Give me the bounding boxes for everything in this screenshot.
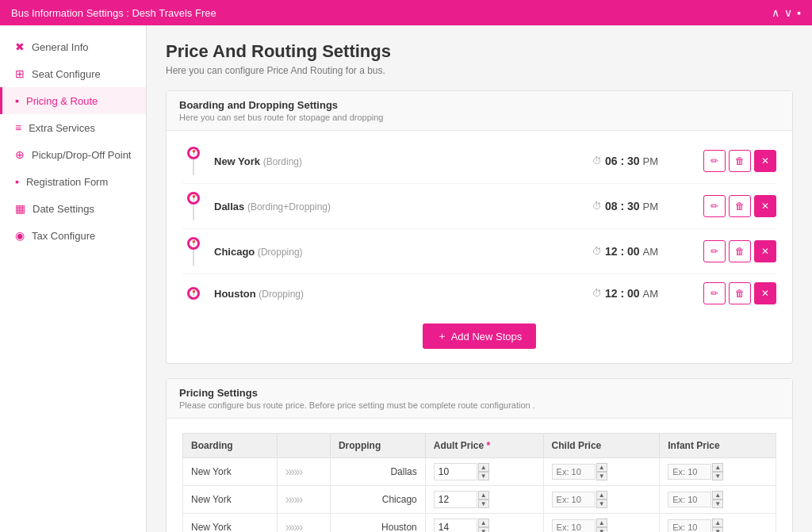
- sidebar-item-pickup-dropoff[interactable]: ⊕ Pickup/Drop-Off Point: [0, 141, 146, 168]
- sidebar-item-date-settings[interactable]: ▦ Date Settings: [0, 195, 146, 222]
- minimize-icon[interactable]: ∧: [772, 6, 779, 19]
- spinner-up[interactable]: ▲: [478, 491, 489, 499]
- spinner-up[interactable]: ▲: [596, 491, 607, 499]
- stop-row: 📍 Dallas (Bording+Dropping) ⏱ 08 : 30 PM…: [182, 184, 776, 229]
- cell-dropping: Dallas: [330, 458, 425, 486]
- sidebar-item-tax-configure[interactable]: ◉ Tax Configure: [0, 222, 146, 249]
- child-price-spinner[interactable]: ▲ ▼: [596, 463, 607, 480]
- cell-boarding: New York: [183, 458, 278, 486]
- stop-time-value: 08 : 30: [605, 200, 640, 212]
- sidebar-item-registration-form[interactable]: ▪ Registration Form: [0, 168, 146, 195]
- stop-edit-button[interactable]: ✏: [703, 240, 726, 262]
- stop-edit-button[interactable]: ✏: [703, 282, 726, 304]
- spinner-up[interactable]: ▲: [478, 519, 489, 527]
- stop-dot: 📍: [187, 237, 200, 250]
- clock-icon: ⏱: [592, 201, 602, 212]
- stop-edit-button[interactable]: ✏: [703, 195, 726, 217]
- child-price-spinner[interactable]: ▲ ▼: [596, 491, 607, 508]
- cell-infant-price[interactable]: ▲ ▼: [660, 486, 776, 514]
- child-price-input[interactable]: [552, 492, 596, 507]
- cell-child-price[interactable]: ▲ ▼: [543, 458, 660, 486]
- sidebar-icon-tax-configure: ◉: [15, 229, 25, 242]
- spinner-down[interactable]: ▼: [712, 499, 723, 508]
- spinner-down[interactable]: ▼: [478, 472, 489, 480]
- spinner-down[interactable]: ▼: [596, 527, 607, 532]
- stop-delete-button[interactable]: 🗑: [729, 150, 751, 172]
- infant-price-spinner[interactable]: ▲ ▼: [712, 491, 723, 508]
- child-price-spinner[interactable]: ▲ ▼: [596, 519, 607, 532]
- stop-close-button[interactable]: ✕: [754, 282, 776, 304]
- stop-close-button[interactable]: ✕: [754, 195, 776, 217]
- cell-child-price[interactable]: ▲ ▼: [543, 486, 660, 514]
- cell-adult-price[interactable]: ▲ ▼: [425, 458, 543, 486]
- stop-delete-button[interactable]: 🗑: [729, 195, 751, 217]
- stop-close-button[interactable]: ✕: [754, 240, 776, 262]
- sidebar-item-extra-services[interactable]: ≡ Extra Services: [0, 114, 146, 141]
- infant-price-input[interactable]: [668, 464, 711, 480]
- sidebar-icon-seat-configure: ⊞: [15, 67, 25, 80]
- adult-price-input[interactable]: [434, 519, 477, 532]
- add-stop-button[interactable]: ＋ Add New Stops: [423, 323, 537, 349]
- boarding-card: Boarding and Dropping Settings Here you …: [166, 90, 793, 364]
- child-price-input[interactable]: [552, 519, 596, 532]
- spinner-up[interactable]: ▲: [596, 463, 607, 472]
- cell-arrow: »»»: [277, 486, 330, 514]
- spinner-down[interactable]: ▼: [478, 499, 489, 508]
- infant-price-input[interactable]: [668, 519, 711, 532]
- stop-delete-button[interactable]: 🗑: [729, 282, 751, 304]
- cell-infant-price[interactable]: ▲ ▼: [660, 514, 776, 533]
- adult-price-input[interactable]: [434, 491, 477, 508]
- cell-adult-price[interactable]: ▲ ▼: [425, 514, 543, 533]
- arrow-icon: »»»: [285, 465, 302, 478]
- sidebar: ✖ General Info ⊞ Seat Configure ▪ Pricin…: [0, 25, 147, 532]
- sidebar-label-date-settings: Date Settings: [33, 203, 94, 215]
- stop-name: Dallas (Bording+Dropping): [214, 201, 592, 212]
- infant-price-spinner[interactable]: ▲ ▼: [712, 519, 723, 532]
- stop-name: Chicago (Dropping): [214, 246, 592, 258]
- cell-child-price[interactable]: ▲ ▼: [543, 514, 660, 533]
- titlebar-controls[interactable]: ∧ ∨ ▪: [772, 6, 801, 19]
- spinner-down[interactable]: ▼: [596, 499, 607, 508]
- spinner-down[interactable]: ▼: [478, 527, 489, 532]
- stop-actions: ✏ 🗑 ✕: [703, 240, 776, 262]
- spinner-down[interactable]: ▼: [712, 472, 723, 480]
- infant-price-spinner[interactable]: ▲ ▼: [712, 463, 723, 480]
- stop-delete-button[interactable]: 🗑: [729, 240, 751, 262]
- stop-dot: 📍: [187, 147, 200, 159]
- clock-icon: ⏱: [592, 246, 602, 257]
- sidebar-label-general-info: General Info: [32, 41, 89, 53]
- col-infant-price: Infant Price: [660, 434, 776, 458]
- sidebar-item-general-info[interactable]: ✖ General Info: [0, 33, 146, 60]
- plus-icon: ＋: [437, 329, 447, 343]
- sidebar-item-seat-configure[interactable]: ⊞ Seat Configure: [0, 60, 146, 87]
- spinner-up[interactable]: ▲: [478, 463, 489, 472]
- stop-actions: ✏ 🗑 ✕: [703, 282, 776, 304]
- adult-price-spinner[interactable]: ▲ ▼: [478, 491, 489, 508]
- cell-adult-price[interactable]: ▲ ▼: [425, 486, 543, 514]
- spinner-down[interactable]: ▼: [596, 472, 607, 480]
- spinner-up[interactable]: ▲: [712, 491, 723, 499]
- spinner-up[interactable]: ▲: [712, 463, 723, 472]
- adult-price-spinner[interactable]: ▲ ▼: [478, 519, 489, 532]
- stop-period: PM: [643, 155, 659, 167]
- pricing-table: Boarding Dropping Adult Price * Child Pr…: [182, 433, 776, 532]
- sidebar-item-pricing-route[interactable]: ▪ Pricing & Route: [0, 87, 146, 114]
- spinner-down[interactable]: ▼: [712, 527, 723, 532]
- cell-infant-price[interactable]: ▲ ▼: [660, 458, 776, 486]
- spinner-up[interactable]: ▲: [712, 519, 723, 527]
- adult-price-spinner[interactable]: ▲ ▼: [478, 463, 489, 480]
- app-layout: ✖ General Info ⊞ Seat Configure ▪ Pricin…: [0, 25, 812, 532]
- stop-edit-button[interactable]: ✏: [703, 150, 726, 172]
- add-stop-label: Add New Stops: [451, 331, 523, 343]
- stop-time-value: 06 : 30: [605, 155, 640, 167]
- spinner-up[interactable]: ▲: [596, 519, 607, 527]
- stop-connector: 📍: [182, 147, 205, 175]
- child-price-input[interactable]: [552, 464, 596, 480]
- stop-close-button[interactable]: ✕: [754, 150, 776, 172]
- col-arrow: [277, 434, 330, 458]
- stop-period: AM: [643, 246, 659, 258]
- infant-price-input[interactable]: [668, 492, 711, 507]
- close-icon[interactable]: ▪: [797, 6, 801, 19]
- collapse-icon[interactable]: ∨: [784, 6, 792, 19]
- adult-price-input[interactable]: [434, 463, 477, 480]
